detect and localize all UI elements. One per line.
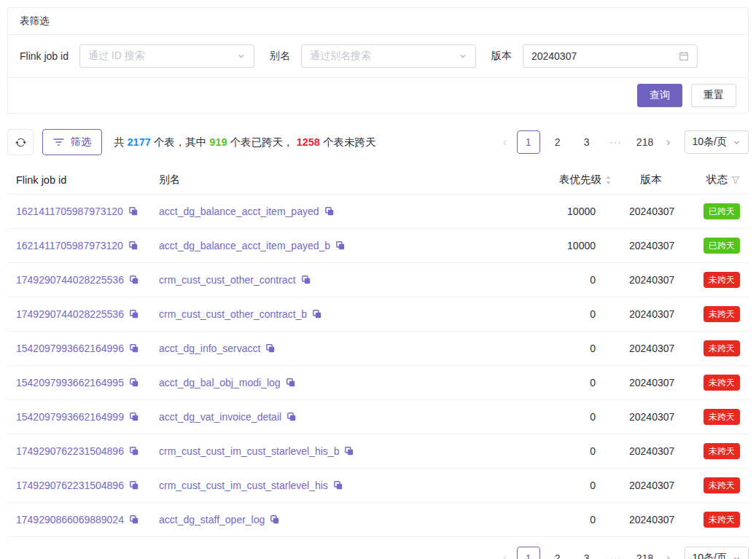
copy-icon[interactable] <box>129 378 139 388</box>
page-size-select[interactable]: 10条/页 <box>685 547 749 559</box>
cell-version: 20240307 <box>620 503 682 537</box>
alias-link[interactable]: acct_dg_bal_obj_modi_log <box>159 377 281 388</box>
cell-alias: acct_dg_vat_invoice_detail <box>150 400 526 434</box>
job-id-link[interactable]: 1749290866069889024 <box>16 514 124 525</box>
copy-icon[interactable] <box>129 275 139 285</box>
version-date-picker[interactable] <box>523 44 698 68</box>
alias-link[interactable]: crm_cust_cust_other_contract <box>159 274 296 286</box>
job-id-link[interactable]: 1749290744028225536 <box>16 308 124 320</box>
job-id-link[interactable]: 1542097993662164999 <box>16 411 124 423</box>
header-status[interactable]: 状态 <box>682 167 749 195</box>
query-button[interactable]: 查询 <box>637 84 682 107</box>
cell-job-id: 1749290762231504896 <box>7 469 150 503</box>
pagination-next[interactable]: › <box>660 131 677 153</box>
pagination-page-1[interactable]: 1 <box>517 130 540 154</box>
chevron-down-icon <box>459 52 467 60</box>
alias-link[interactable]: crm_cust_cust_im_cust_starlevel_his <box>159 480 328 491</box>
filter-toggle-button[interactable]: 筛选 <box>42 129 102 155</box>
filter-funnel-icon[interactable] <box>731 176 740 184</box>
page-size-label: 10条/页 <box>693 552 727 559</box>
cell-alias: acct_dg_staff_oper_log <box>150 503 526 537</box>
copy-icon[interactable] <box>129 343 139 353</box>
summary-part: 个表未跨天 <box>320 136 376 148</box>
cell-job-id: 1749290762231504896 <box>7 434 150 469</box>
job-id-link[interactable]: 1749290744028225536 <box>16 274 124 286</box>
alias-link[interactable]: acct_dg_balance_acct_item_payed_b <box>159 240 330 251</box>
pagination-ellipsis[interactable]: ··· <box>604 130 628 154</box>
pagination-page-218[interactable]: 218 <box>634 547 657 559</box>
copy-icon[interactable] <box>129 412 139 422</box>
field-alias: 别名 通过别名搜索 <box>270 44 476 68</box>
job-id-link[interactable]: 1621411705987973120 <box>16 240 123 251</box>
cell-priority: 0 <box>526 400 620 434</box>
flink-job-id-placeholder: 通过 ID 搜索 <box>88 50 145 63</box>
table-row: 1749290744028225536crm_cust_cust_other_c… <box>7 263 749 297</box>
copy-icon[interactable] <box>128 241 139 251</box>
job-id-link[interactable]: 1542097993662164995 <box>16 377 124 388</box>
field-flink-job-id: Flink job id 通过 ID 搜索 <box>20 44 254 68</box>
status-badge: 未跨天 <box>704 477 740 493</box>
status-badge: 已跨天 <box>704 238 740 254</box>
cell-alias: acct_dg_balance_acct_item_payed_b <box>150 229 526 263</box>
pagination-page-218[interactable]: 218 <box>634 130 657 154</box>
copy-icon[interactable] <box>128 206 139 216</box>
copy-icon[interactable] <box>312 309 322 319</box>
copy-icon[interactable] <box>286 378 296 388</box>
pagination-prev[interactable]: ‹ <box>496 547 514 559</box>
cell-version: 20240307 <box>620 366 682 400</box>
alias-link[interactable]: acct_dg_vat_invoice_detail <box>159 411 281 423</box>
pagination-ellipsis[interactable]: ··· <box>604 547 628 559</box>
copy-icon[interactable] <box>301 275 311 285</box>
copy-icon[interactable] <box>287 412 297 422</box>
version-date-input[interactable] <box>531 50 663 62</box>
alias-link[interactable]: acct_dg_staff_oper_log <box>159 514 265 525</box>
status-badge: 未跨天 <box>704 375 740 391</box>
copy-icon[interactable] <box>335 241 346 251</box>
copy-icon[interactable] <box>129 446 139 456</box>
flink-job-id-select[interactable]: 通过 ID 搜索 <box>79 44 254 68</box>
cell-alias: crm_cust_cust_other_contract_b <box>150 297 526 332</box>
status-badge: 已跨天 <box>704 203 740 219</box>
copy-icon[interactable] <box>129 480 139 490</box>
field-version: 版本 <box>491 44 698 68</box>
job-id-link[interactable]: 1749290762231504896 <box>16 445 124 457</box>
cell-job-id: 1749290866069889024 <box>7 503 150 537</box>
alias-link[interactable]: crm_cust_cust_other_contract_b <box>159 308 307 320</box>
alias-select[interactable]: 通过别名搜索 <box>301 44 476 68</box>
pagination-page-1[interactable]: 1 <box>517 547 540 559</box>
pagination-prev[interactable]: ‹ <box>496 131 514 153</box>
filter-card-body: Flink job id 通过 ID 搜索 别名 通过别名搜索 <box>8 35 748 78</box>
bottom-pagination-zone: ‹123···218› 10条/页 <box>7 547 749 559</box>
copy-icon[interactable] <box>270 515 280 525</box>
copy-icon[interactable] <box>129 515 139 525</box>
cell-priority: 0 <box>526 503 620 537</box>
reset-button[interactable]: 重置 <box>691 84 736 107</box>
copy-icon[interactable] <box>324 206 335 216</box>
copy-icon[interactable] <box>333 480 343 490</box>
table-toolbar: 筛选 共 2177 个表，其中 919 个表已跨天， 1258 个表未跨天 ‹1… <box>7 129 749 155</box>
copy-icon[interactable] <box>344 446 354 456</box>
copy-icon[interactable] <box>129 309 139 319</box>
pagination-page-2[interactable]: 2 <box>546 130 569 154</box>
pagination-page-3[interactable]: 3 <box>575 547 599 559</box>
job-id-link[interactable]: 1621411705987973120 <box>16 206 123 217</box>
copy-icon[interactable] <box>265 343 276 353</box>
page-size-select[interactable]: 10条/页 <box>685 130 749 154</box>
alias-link[interactable]: crm_cust_cust_im_cust_starlevel_his_b <box>159 445 339 457</box>
header-priority[interactable]: 表优先级 <box>526 167 620 195</box>
job-id-link[interactable]: 1542097993662164996 <box>16 343 124 354</box>
pagination-next[interactable]: › <box>660 547 677 559</box>
summary-not-crossed-count: 1258 <box>297 136 320 148</box>
refresh-button[interactable] <box>7 129 34 155</box>
pagination-page-2[interactable]: 2 <box>546 547 569 559</box>
alias-link[interactable]: acct_dg_balance_acct_item_payed <box>159 206 319 217</box>
job-id-link[interactable]: 1749290762231504896 <box>16 480 124 491</box>
summary-part: 个表已跨天， <box>227 136 297 148</box>
pagination-page-3[interactable]: 3 <box>575 130 599 154</box>
alias-link[interactable]: acct_dg_info_servacct <box>159 343 260 354</box>
cell-job-id: 1542097993662164995 <box>7 366 150 400</box>
header-version: 版本 <box>620 167 682 195</box>
sort-icon[interactable] <box>605 175 612 185</box>
page-size-label: 10条/页 <box>693 136 727 149</box>
filter-card-footer: 查询 重置 <box>8 78 748 113</box>
